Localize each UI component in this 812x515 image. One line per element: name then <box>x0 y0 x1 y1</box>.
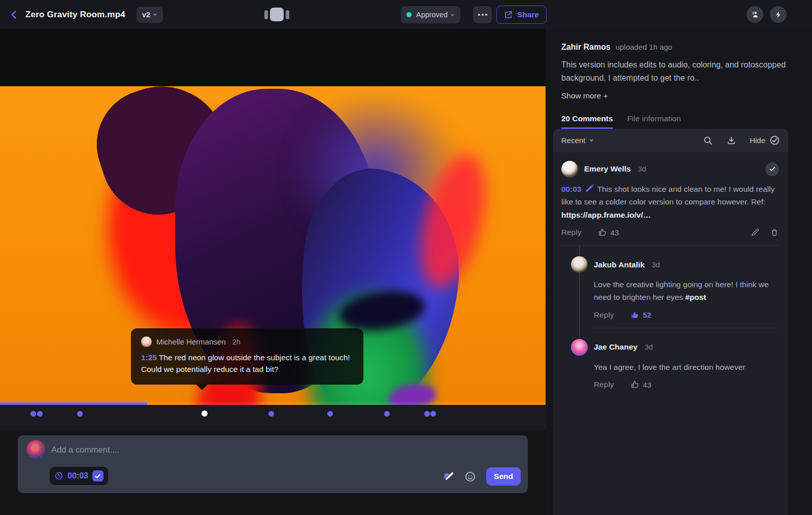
chevron-down-icon <box>153 12 157 17</box>
comments-toolbar: Recent Hide <box>553 129 788 152</box>
back-button[interactable] <box>7 8 21 22</box>
thumbs-up-icon <box>598 228 607 237</box>
reply-button[interactable]: Reply <box>561 228 582 237</box>
filmstrip-right-icon <box>286 10 289 19</box>
comment-age: 3d <box>652 261 660 269</box>
version-selector[interactable]: v2 <box>137 7 163 23</box>
frame-review-app: Zero Gravity Room.mp4 v2 Approved <box>0 0 812 515</box>
tab-file-information[interactable]: File information <box>627 114 681 129</box>
version-description: This version includes edits to audio, co… <box>561 58 788 85</box>
timestamp-chip[interactable]: 00:03 <box>50 467 108 485</box>
tooltip-timestamp[interactable]: 1:25 <box>141 353 157 362</box>
like-count: 52 <box>643 311 652 319</box>
like-count: 43 <box>611 228 619 237</box>
version-label: v2 <box>142 11 150 19</box>
more-options-button[interactable] <box>473 6 492 23</box>
timeline-marker-current[interactable] <box>201 410 208 417</box>
comment-input[interactable] <box>51 441 437 458</box>
sort-label: Recent <box>561 136 586 145</box>
search-icon[interactable] <box>703 135 713 146</box>
sort-dropdown[interactable]: Recent <box>561 136 594 145</box>
send-button[interactable]: Send <box>486 467 521 486</box>
avatar <box>571 256 588 273</box>
comment-age: 3d <box>645 343 653 351</box>
timeline-marker[interactable] <box>268 411 274 417</box>
share-icon <box>504 10 513 19</box>
timeline-marker[interactable] <box>327 411 333 417</box>
comment-text: Love the creative lighting going on here… <box>594 280 769 301</box>
timeline-marker[interactable] <box>77 411 83 417</box>
hide-completed-toggle[interactable]: Hide <box>750 135 780 146</box>
like-button[interactable]: 43 <box>598 228 619 237</box>
comment-text: Yea I agree, I love the art direction ho… <box>594 363 745 371</box>
comment-timestamp-link[interactable]: 00:03 <box>561 185 582 193</box>
download-icon[interactable] <box>726 135 736 146</box>
sidebar: Zahir Ramos uploaded 1h ago This version… <box>546 29 812 515</box>
reply-button[interactable]: Reply <box>594 380 614 389</box>
share-button[interactable]: Share <box>496 6 547 24</box>
video-frame[interactable]: Michelle Hermansen 2h 1:25The red neon g… <box>0 86 546 405</box>
collaborators-button[interactable] <box>747 6 763 23</box>
comment-author: Jae Chaney <box>594 342 637 352</box>
emoji-icon[interactable] <box>464 471 476 483</box>
timeline-marker[interactable] <box>384 411 390 417</box>
reply-button[interactable]: Reply <box>594 311 614 320</box>
mark-complete-button[interactable] <box>765 162 779 176</box>
comment-composer[interactable]: 00:03 Send <box>18 435 528 493</box>
ellipsis-icon <box>478 14 480 16</box>
avatar <box>561 161 578 178</box>
quick-actions-button[interactable] <box>770 6 787 23</box>
comment-age: 3d <box>638 165 646 173</box>
composer-timestamp: 00:03 <box>67 471 88 480</box>
thumbs-up-icon <box>630 380 639 389</box>
comment-author: Jakub Antalik <box>594 260 645 269</box>
like-button[interactable]: 43 <box>630 380 652 389</box>
comment-author: Emery Wells <box>584 164 631 174</box>
player-column: Michelle Hermansen 2h 1:25The red neon g… <box>0 29 546 515</box>
annotate-brush-icon[interactable] <box>442 470 454 483</box>
delete-trash-icon[interactable] <box>770 228 779 237</box>
approved-dot-icon <box>407 12 412 17</box>
timeline-marker[interactable] <box>30 411 36 417</box>
playback-progress-fill <box>0 402 147 405</box>
edit-pencil-icon[interactable] <box>751 228 760 237</box>
annotation-brush-icon <box>585 184 594 193</box>
uploader-name: Zahir Ramos <box>561 43 611 52</box>
filmstrip-left-icon <box>264 10 268 19</box>
timeline-marker[interactable] <box>430 411 436 417</box>
comment-hashtag[interactable]: #post <box>685 293 706 301</box>
timeline-marker[interactable] <box>424 411 430 417</box>
timeline-marker[interactable] <box>37 411 43 417</box>
avatar <box>141 336 152 347</box>
like-count: 43 <box>643 381 652 389</box>
hide-label: Hide <box>750 136 765 145</box>
status-dropdown[interactable]: Approved <box>401 6 460 23</box>
lightning-bolt-icon <box>774 11 783 19</box>
show-more-button[interactable]: Show more + <box>561 91 788 100</box>
tooltip-time-ago: 2h <box>232 338 241 346</box>
status-label: Approved <box>416 11 448 19</box>
tooltip-text: The red neon glow outside the subject is… <box>141 353 350 373</box>
circle-check-icon <box>769 135 780 146</box>
player-view-toggle[interactable] <box>264 8 289 21</box>
tooltip-author: Michelle Hermansen <box>156 337 226 346</box>
timeline-markers[interactable] <box>0 405 546 430</box>
comment-tooltip[interactable]: Michelle Hermansen 2h 1:25The red neon g… <box>131 328 363 385</box>
chevron-down-icon <box>589 138 594 143</box>
like-button[interactable]: 52 <box>630 311 652 320</box>
top-bar: Zero Gravity Room.mp4 v2 Approved <box>0 0 812 29</box>
tab-comments[interactable]: 20 Comments <box>561 114 613 129</box>
playback-progress-bar[interactable] <box>0 402 546 405</box>
back-chevron-icon <box>9 10 19 20</box>
timestamp-checkbox[interactable] <box>92 470 104 482</box>
comments-panel: Recent Hide <box>553 129 788 515</box>
clock-icon <box>54 471 63 480</box>
sidebar-tabs: 20 Comments File information <box>561 114 788 129</box>
composer-area: 00:03 Send <box>0 430 546 515</box>
comments-list: Emery Wells 3d 00:03This shot looks nice… <box>553 152 788 515</box>
comment-item: Jae Chaney 3d Yea I agree, I love the ar… <box>561 328 779 389</box>
thumbs-up-filled-icon <box>630 311 639 320</box>
chevron-down-icon <box>450 13 455 17</box>
comment-ref-link[interactable]: https://app.frame.io/v/… <box>561 211 651 219</box>
comment-item: Emery Wells 3d 00:03This shot looks nice… <box>561 161 779 237</box>
